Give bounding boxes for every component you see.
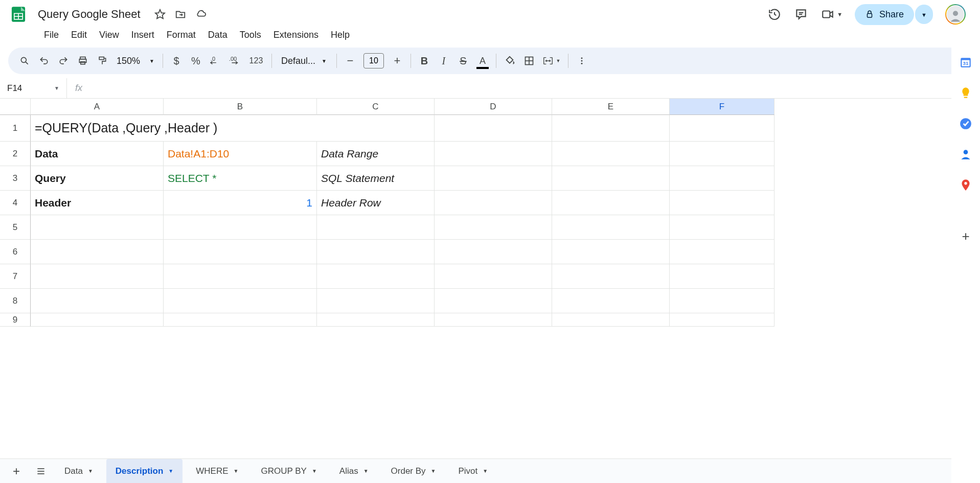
merge-cells-icon[interactable]: ▼	[539, 52, 564, 70]
get-addons-icon[interactable]: +	[959, 229, 973, 243]
formula-bar-input[interactable]	[90, 78, 980, 98]
cell-c4[interactable]: Header Row	[317, 191, 435, 215]
cell-d4[interactable]	[435, 191, 552, 215]
undo-icon[interactable]	[35, 52, 53, 70]
cell-d1[interactable]	[435, 115, 552, 142]
row-header-8[interactable]: 8	[0, 289, 31, 313]
cell-a5[interactable]	[31, 215, 164, 240]
star-icon[interactable]	[154, 8, 166, 20]
cell-d8[interactable]	[435, 289, 552, 313]
comments-icon[interactable]	[794, 7, 808, 21]
cell-f4[interactable]	[670, 191, 774, 215]
print-icon[interactable]	[74, 52, 92, 70]
row-header-6[interactable]: 6	[0, 240, 31, 264]
cell-c3[interactable]: SQL Statement	[317, 166, 435, 191]
cell-b3[interactable]: SELECT *	[164, 166, 317, 191]
font-dropdown[interactable]: Defaul...▼	[276, 56, 332, 66]
column-header-c[interactable]: C	[317, 99, 435, 115]
cell-c2[interactable]: Data Range	[317, 142, 435, 166]
cell-e6[interactable]	[552, 240, 670, 264]
cell-b9[interactable]	[164, 313, 317, 327]
row-header-2[interactable]: 2	[0, 142, 31, 166]
borders-icon[interactable]	[520, 52, 538, 70]
cell-f3[interactable]	[670, 166, 774, 191]
cell-f2[interactable]	[670, 142, 774, 166]
move-icon[interactable]	[174, 8, 187, 20]
menu-extensions[interactable]: Extensions	[268, 27, 324, 43]
search-menus-icon[interactable]	[15, 52, 34, 70]
cell-a8[interactable]	[31, 289, 164, 313]
menu-view[interactable]: View	[94, 27, 124, 43]
decrease-font-icon[interactable]: −	[341, 52, 359, 70]
cell-d2[interactable]	[435, 142, 552, 166]
decrease-decimal-icon[interactable]: .0	[206, 52, 224, 70]
more-formats-button[interactable]: 123	[245, 52, 267, 70]
row-header-7[interactable]: 7	[0, 264, 31, 289]
document-title[interactable]: Query Google Sheet	[35, 7, 144, 22]
text-color-icon[interactable]: A	[473, 52, 492, 70]
cell-a3[interactable]: Query	[31, 166, 164, 191]
cell-e7[interactable]	[552, 264, 670, 289]
share-dropdown-button[interactable]: ▼	[915, 5, 933, 24]
cell-b7[interactable]	[164, 264, 317, 289]
account-avatar[interactable]	[945, 4, 966, 25]
cell-e8[interactable]	[552, 289, 670, 313]
meet-caret-icon[interactable]: ▼	[837, 11, 842, 17]
currency-icon[interactable]: $	[167, 52, 186, 70]
history-icon[interactable]	[767, 7, 782, 21]
cell-e3[interactable]	[552, 166, 670, 191]
cell-d7[interactable]	[435, 264, 552, 289]
font-size-input[interactable]	[363, 53, 384, 68]
cell-c6[interactable]	[317, 240, 435, 264]
increase-decimal-icon[interactable]: .00	[225, 52, 244, 70]
cell-a1[interactable]: =QUERY(Data ,Query ,Header )	[31, 115, 435, 142]
row-header-1[interactable]: 1	[0, 115, 31, 142]
cell-a6[interactable]	[31, 240, 164, 264]
cell-d9[interactable]	[435, 313, 552, 327]
column-header-f[interactable]: F	[670, 99, 774, 115]
column-header-e[interactable]: E	[552, 99, 670, 115]
increase-font-icon[interactable]: +	[388, 52, 406, 70]
cell-b5[interactable]	[164, 215, 317, 240]
menu-help[interactable]: Help	[326, 27, 355, 43]
contacts-app-icon[interactable]	[959, 147, 973, 162]
sheets-logo[interactable]	[8, 4, 29, 25]
cell-c9[interactable]	[317, 313, 435, 327]
strikethrough-icon[interactable]: S	[454, 52, 472, 70]
cell-a9[interactable]	[31, 313, 164, 327]
cell-f7[interactable]	[670, 264, 774, 289]
cell-e9[interactable]	[552, 313, 670, 327]
select-all-corner[interactable]	[0, 99, 31, 115]
cell-c8[interactable]	[317, 289, 435, 313]
percent-icon[interactable]: %	[187, 52, 205, 70]
calendar-app-icon[interactable]: 31	[959, 55, 973, 70]
cell-f5[interactable]	[670, 215, 774, 240]
menu-format[interactable]: Format	[162, 27, 201, 43]
menu-data[interactable]: Data	[203, 27, 233, 43]
cell-b8[interactable]	[164, 289, 317, 313]
cell-a4[interactable]: Header	[31, 191, 164, 215]
row-header-9[interactable]: 9	[0, 313, 31, 327]
cell-c5[interactable]	[317, 215, 435, 240]
cell-f9[interactable]	[670, 313, 774, 327]
cell-e2[interactable]	[552, 142, 670, 166]
cell-a7[interactable]	[31, 264, 164, 289]
cell-f8[interactable]	[670, 289, 774, 313]
menu-insert[interactable]: Insert	[126, 27, 159, 43]
paint-format-icon[interactable]	[93, 52, 111, 70]
cell-e1[interactable]	[552, 115, 670, 142]
share-button[interactable]: Share	[855, 4, 914, 25]
menu-tools[interactable]: Tools	[235, 27, 266, 43]
cell-f1[interactable]	[670, 115, 774, 142]
menu-file[interactable]: File	[39, 27, 64, 43]
cell-d3[interactable]	[435, 166, 552, 191]
menu-edit[interactable]: Edit	[66, 27, 92, 43]
tasks-app-icon[interactable]	[959, 117, 973, 131]
cell-e4[interactable]	[552, 191, 670, 215]
zoom-dropdown[interactable]: 150%▼	[112, 56, 158, 66]
spreadsheet-grid[interactable]: A B C D E F 1 =QUERY(Data ,Query ,Header…	[0, 99, 980, 449]
cell-a2[interactable]: Data	[31, 142, 164, 166]
fill-color-icon[interactable]	[500, 52, 519, 70]
meet-icon[interactable]	[821, 7, 835, 21]
column-header-d[interactable]: D	[435, 99, 552, 115]
